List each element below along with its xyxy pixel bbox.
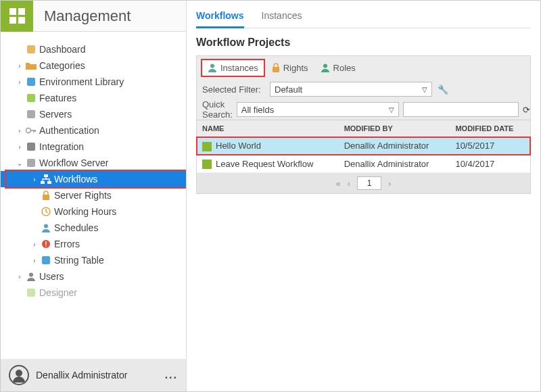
refresh-icon[interactable]: ⟳ (523, 105, 530, 115)
svg-rect-9 (47, 181, 51, 184)
workflow-table: NAMEMODIFIED BYMODIFIED DATE Hello World… (197, 120, 530, 173)
sidebar-auth[interactable]: ›Authentication (1, 122, 186, 139)
lock-icon (272, 63, 280, 72)
workflow-panel: InstancesRightsRoles Selected Filter: De… (196, 55, 531, 194)
sidebar-item-label: Users (39, 271, 64, 282)
sidebar-item-label: Workflows (53, 174, 97, 185)
sidebar-item-label: Schedules (53, 222, 98, 233)
pager-first-icon[interactable]: « (336, 178, 341, 189)
clock-icon (39, 207, 53, 216)
folder-icon (24, 62, 39, 70)
svg-point-4 (26, 128, 31, 133)
sidebar-workflows[interactable]: ›Workflows (1, 171, 186, 187)
sidebar-categories[interactable]: ›Categories (1, 57, 186, 74)
lock-icon (39, 191, 53, 200)
wrench-icon[interactable]: 🔧 (436, 84, 450, 95)
col-modified-by[interactable]: MODIFIED BY (339, 120, 450, 137)
svg-rect-17 (27, 289, 35, 297)
key-icon (24, 127, 39, 134)
user-more-icon[interactable]: ... (165, 369, 178, 381)
svg-rect-6 (27, 159, 35, 167)
sidebar-item-label: String Table (53, 255, 104, 266)
server-grey-icon (24, 109, 39, 119)
svg-rect-19 (273, 67, 279, 72)
designer-icon (24, 288, 39, 297)
nav-tree: Dashboard›Categories›Environment Library… (1, 32, 186, 359)
expand-chevron-icon: › (30, 176, 39, 183)
svg-rect-15 (42, 256, 50, 264)
pager-prev-icon[interactable]: ‹ (348, 178, 350, 189)
panel-tab-rights[interactable]: Rights (266, 60, 314, 76)
tab-workflows[interactable]: Workflows (196, 7, 244, 28)
tab-instances[interactable]: Instances (262, 7, 302, 28)
svg-point-12 (44, 224, 48, 228)
sidebar-users[interactable]: ›Users (1, 268, 186, 285)
panel-tab-instances[interactable]: Instances (201, 59, 265, 77)
sidebar-item-label: Features (39, 93, 76, 103)
sidebar-server-rights[interactable]: Server Rights (1, 187, 186, 203)
quick-search-input[interactable] (403, 102, 519, 117)
panel-tab-roles[interactable]: Roles (315, 60, 361, 76)
sidebar-item-label: Errors (53, 239, 80, 249)
pager: « ‹ › (197, 173, 530, 193)
expand-chevron-icon: › (16, 273, 24, 280)
avatar-icon (9, 365, 29, 385)
col-name[interactable]: NAME (197, 120, 339, 137)
instances-icon (208, 63, 217, 72)
svg-rect-0 (27, 45, 35, 53)
svg-rect-1 (27, 78, 35, 86)
quick-search-label: Quick Search: (202, 99, 233, 120)
sidebar-string-table[interactable]: ›String Table (1, 252, 186, 268)
user-bar[interactable]: Denallix Administrator ... (1, 359, 186, 391)
sidebar-dashboard[interactable]: Dashboard (1, 41, 186, 57)
expand-chevron-icon: ⌄ (16, 160, 24, 167)
brand-logo (1, 1, 33, 32)
svg-rect-8 (41, 181, 45, 184)
workflow-icon (202, 142, 212, 151)
table-row[interactable]: Leave Request WorkflowDenallix Administr… (197, 155, 530, 173)
sidebar: Management Dashboard›Categories›Environm… (1, 1, 187, 391)
expand-chevron-icon: › (16, 127, 24, 134)
sidebar-working-hours[interactable]: Working Hours (1, 203, 186, 220)
sidebar-workflow-server[interactable]: ⌄Workflow Server (1, 155, 186, 171)
selected-filter-dropdown[interactable]: Default ▽ (270, 82, 432, 97)
svg-point-16 (29, 273, 33, 277)
people-icon (39, 223, 53, 232)
user-icon (24, 272, 39, 281)
sidebar-features[interactable]: Features (1, 90, 186, 106)
svg-point-20 (323, 64, 327, 68)
svg-rect-5 (27, 143, 35, 151)
selected-filter-label: Selected Filter: (202, 84, 266, 95)
workflow-icon (202, 160, 212, 169)
pager-page-input[interactable] (357, 176, 381, 190)
col-modified-date[interactable]: MODIFIED DATE (450, 120, 530, 137)
sidebar-item-label: Designer (39, 287, 77, 298)
expand-chevron-icon: › (16, 78, 24, 86)
sidebar-schedules[interactable]: Schedules (1, 220, 186, 236)
roles-icon (321, 63, 330, 72)
chevron-down-icon: ▽ (422, 86, 427, 93)
sidebar-errors[interactable]: ›!Errors (1, 236, 186, 252)
sidebar-env-library[interactable]: ›Environment Library (1, 74, 186, 90)
sidebar-item-label: Servers (39, 109, 72, 120)
chevron-down-icon: ▽ (389, 106, 394, 114)
server-blue-icon (24, 77, 39, 87)
brand-title: Management (33, 7, 131, 25)
sidebar-designer[interactable]: Designer (1, 285, 186, 301)
sidebar-item-label: Environment Library (39, 76, 124, 87)
page-title: Workflow Projects (196, 36, 531, 49)
sidebar-item-label: Categories (39, 60, 85, 71)
selected-filter-row: Selected Filter: Default ▽ 🔧 (197, 79, 530, 99)
error-icon: ! (39, 239, 53, 249)
current-user-name: Denallix Administrator (36, 370, 127, 381)
sidebar-servers[interactable]: Servers (1, 106, 186, 122)
sidebar-item-label: Workflow Server (39, 157, 108, 168)
quick-search-field-dropdown[interactable]: All fields ▽ (237, 102, 399, 117)
brand-header: Management (1, 1, 186, 32)
puzzle-icon (24, 142, 39, 151)
sidebar-item-label: Server Rights (53, 190, 112, 201)
sidebar-integration[interactable]: ›Integration (1, 139, 186, 155)
table-row[interactable]: Hello WorldDenallix Administrator10/5/20… (197, 137, 530, 155)
sidebar-item-label: Dashboard (39, 44, 86, 55)
pager-next-icon[interactable]: › (388, 178, 391, 189)
